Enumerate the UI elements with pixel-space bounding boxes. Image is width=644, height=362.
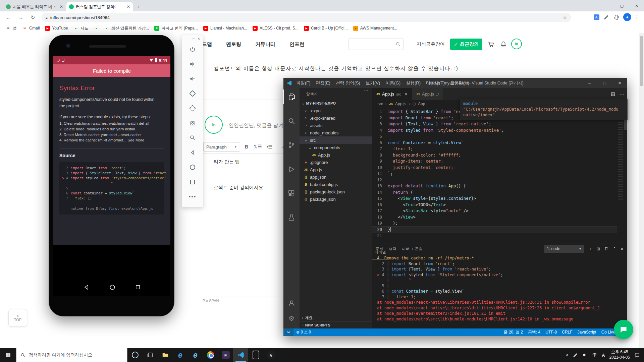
code-line[interactable]: 11`;: [372, 171, 617, 177]
browser-menu-icon[interactable]: ⋮: [635, 14, 639, 20]
bold-button[interactable]: B: [245, 144, 248, 149]
rotate-right-button[interactable]: [182, 101, 203, 116]
tab-close-icon[interactable]: ✕: [58, 4, 63, 9]
maximize-button[interactable]: ▢: [614, 0, 629, 11]
code-line[interactable]: 18 </View>: [372, 214, 617, 221]
explorer-icon[interactable]: [283, 89, 300, 104]
bell-icon[interactable]: [500, 41, 507, 48]
rotate-left-button[interactable]: [182, 86, 203, 101]
editor-code[interactable]: 1import { StatusBar } from 'expo-status-…: [372, 108, 617, 242]
menu-item[interactable]: 보기(V): [363, 78, 383, 88]
recent-courses-button[interactable]: 최근강의: [450, 39, 482, 50]
cart-icon[interactable]: [487, 41, 494, 48]
code-line[interactable]: 12: [372, 177, 617, 183]
page-scrollbar[interactable]: [639, 33, 644, 348]
inflearn-search[interactable]: [348, 39, 404, 50]
terminal-body[interactable]: 4. Remove the cache: rm -rf /tmp/metro-*…: [377, 255, 625, 328]
panel-tab[interactable]: 출력: [389, 245, 396, 253]
search-icon[interactable]: [283, 114, 300, 128]
statusbar-item[interactable]: 줄 20, 열 2: [504, 329, 523, 335]
menu-item[interactable]: 편집(E): [313, 78, 333, 88]
tray-chevron-icon[interactable]: ∧: [566, 353, 569, 357]
terminal-selector[interactable]: 1: node ▼: [544, 245, 584, 253]
code-line[interactable]: 9 align-items: center;: [372, 158, 617, 165]
emulator-more-button[interactable]: •••: [182, 189, 203, 204]
bookmark-item[interactable]: ⊞앱: [3, 24, 19, 32]
bookmark-item[interactable]: MGmail: [20, 25, 42, 32]
phone-screen[interactable]: 9:44 Failed to compile Syntax Error styl…: [53, 56, 170, 296]
tab-close-icon[interactable]: ✕: [125, 4, 130, 9]
explorer-row[interactable]: ◆.gitignore: [300, 159, 372, 166]
split-editor-icon[interactable]: ⊞: [611, 91, 615, 97]
volume-up-button[interactable]: [182, 57, 203, 71]
profile-avatar[interactable]: ●: [623, 13, 631, 21]
source-control-icon[interactable]: [283, 138, 300, 153]
extensions-puzzle-icon[interactable]: [613, 14, 620, 20]
npm-scripts-section[interactable]: ›NPM SCRIPTS: [300, 321, 372, 328]
editor-tab-inactive[interactable]: JS App.js ..\: [412, 88, 443, 100]
inflearn-channel-logo[interactable]: in: [511, 39, 522, 49]
accounts-icon[interactable]: [283, 296, 300, 310]
tab-close-icon[interactable]: ✕: [405, 92, 408, 97]
bookmark-item[interactable]: ▶Cardi B - Up [Offici...: [302, 25, 350, 32]
taskbar-task-view[interactable]: [143, 348, 158, 362]
code-line[interactable]: 15 <View style={styles.container}>: [372, 195, 617, 202]
menu-item[interactable]: 선택 영역(S): [333, 78, 363, 88]
code-line[interactable]: 19 );: [372, 220, 617, 227]
reload-button[interactable]: ↻: [29, 14, 37, 22]
taskbar-chrome[interactable]: [203, 348, 218, 362]
vscode-maximize-button[interactable]: ▢: [597, 78, 612, 88]
statusbar-item[interactable]: JavaScript: [578, 330, 596, 335]
breadcrumb-item[interactable]: src: [378, 102, 383, 106]
power-button[interactable]: [182, 42, 203, 57]
translate-extension-icon[interactable]: A: [593, 14, 600, 20]
breadcrumb-item[interactable]: App: [418, 102, 425, 106]
statusbar-item[interactable]: CRLF: [562, 330, 572, 335]
run-debug-icon[interactable]: [283, 162, 300, 177]
outline-section[interactable]: ›개요: [300, 314, 372, 321]
android-home-button[interactable]: [109, 284, 116, 291]
code-line[interactable]: 21: [372, 233, 617, 239]
new-terminal-icon[interactable]: ＋: [588, 246, 592, 252]
taskbar-clock[interactable]: 오후 6:45 2021-04-05: [609, 350, 630, 360]
vscode-minimize-button[interactable]: ─: [582, 78, 597, 88]
screenshot-button[interactable]: [182, 116, 203, 130]
code-line[interactable]: 16 <Text>TODO</Text>: [372, 202, 617, 208]
taskbar-cortana[interactable]: [127, 348, 143, 362]
android-back-button[interactable]: [83, 284, 90, 291]
code-line[interactable]: 20}: [372, 227, 617, 233]
address-bar[interactable]: 🔒︎ inflearn.com/questions/184964 ☆: [42, 13, 571, 22]
close-panel-icon[interactable]: ✕: [620, 246, 624, 251]
bookmark-item[interactable]: ▶YouTube: [43, 25, 70, 32]
taskbar-dev-tool[interactable]: ▣: [218, 348, 233, 362]
nav-item[interactable]: 멘토링: [226, 41, 241, 48]
explorer-row[interactable]: {}package-lock.json: [300, 188, 372, 195]
menu-item[interactable]: 파일(F): [293, 78, 313, 88]
speaker-tray-icon[interactable]: [582, 352, 588, 358]
explorer-row[interactable]: {}app.json: [300, 173, 372, 181]
explorer-row[interactable]: ›.expo-shared: [300, 114, 372, 122]
explorer-row[interactable]: {}package.json: [300, 195, 372, 203]
menu-item[interactable]: 이동(G): [383, 78, 403, 88]
explorer-row[interactable]: ⌄src: [300, 136, 372, 144]
channel-talk-button[interactable]: [614, 320, 633, 339]
settings-gear-icon[interactable]: ⚙: [283, 311, 300, 326]
tab-audio-icon[interactable]: [54, 5, 56, 9]
zoom-button[interactable]: [182, 130, 203, 145]
browser-tab-2[interactable]: 커스텀 컴포넌트 강의에서 오류... ✕: [66, 2, 133, 11]
network-tray-icon[interactable]: [592, 352, 597, 358]
problems-status[interactable]: ⊗ 0 ⚠ 0: [296, 330, 311, 335]
taskbar-search[interactable]: 검색하려면 여기에 입력하십시오.: [16, 348, 127, 362]
explorer-row[interactable]: ⌄componenbts: [300, 144, 372, 151]
taskbar-emulator[interactable]: [248, 348, 263, 362]
start-button[interactable]: [0, 348, 16, 362]
code-line[interactable]: 10 justify-content: center;: [372, 165, 617, 171]
breadcrumb-item[interactable]: App.js: [395, 102, 406, 106]
nav-item[interactable]: 드맵: [202, 41, 212, 48]
editor-more-icon[interactable]: ⋯: [619, 91, 625, 97]
notification-center-icon[interactable]: [634, 352, 640, 358]
android-overview-button[interactable]: [135, 284, 141, 290]
emulator-close-icon[interactable]: ✕: [198, 37, 200, 41]
bookmark-item[interactable]: ●지도: [71, 24, 91, 32]
close-button[interactable]: ✕: [629, 0, 644, 11]
